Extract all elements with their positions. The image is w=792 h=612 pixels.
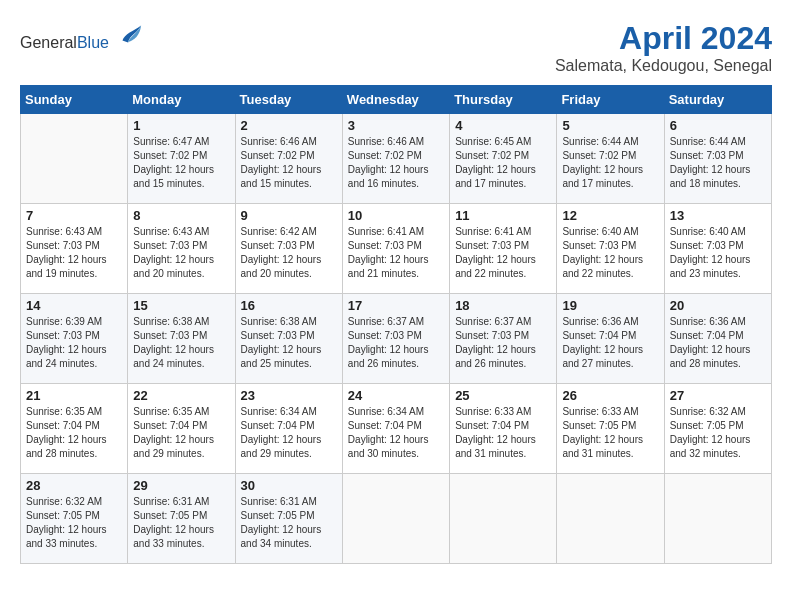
location-subtitle: Salemata, Kedougou, Senegal: [555, 57, 772, 75]
cell-info: Sunrise: 6:34 AMSunset: 7:04 PMDaylight:…: [348, 405, 444, 461]
day-number: 7: [26, 208, 122, 223]
calendar-cell: 10Sunrise: 6:41 AMSunset: 7:03 PMDayligh…: [342, 204, 449, 294]
calendar-cell: 28Sunrise: 6:32 AMSunset: 7:05 PMDayligh…: [21, 474, 128, 564]
cell-info: Sunrise: 6:32 AMSunset: 7:05 PMDaylight:…: [26, 495, 122, 551]
cell-info: Sunrise: 6:39 AMSunset: 7:03 PMDaylight:…: [26, 315, 122, 371]
header-day-monday: Monday: [128, 86, 235, 114]
cell-info: Sunrise: 6:33 AMSunset: 7:04 PMDaylight:…: [455, 405, 551, 461]
cell-info: Sunrise: 6:43 AMSunset: 7:03 PMDaylight:…: [133, 225, 229, 281]
logo: GeneralBlue: [20, 20, 143, 52]
day-number: 19: [562, 298, 658, 313]
calendar-cell: 2Sunrise: 6:46 AMSunset: 7:02 PMDaylight…: [235, 114, 342, 204]
day-number: 24: [348, 388, 444, 403]
calendar-cell: 26Sunrise: 6:33 AMSunset: 7:05 PMDayligh…: [557, 384, 664, 474]
calendar-cell: [664, 474, 771, 564]
cell-info: Sunrise: 6:46 AMSunset: 7:02 PMDaylight:…: [241, 135, 337, 191]
calendar-week-row: 7Sunrise: 6:43 AMSunset: 7:03 PMDaylight…: [21, 204, 772, 294]
calendar-cell: 8Sunrise: 6:43 AMSunset: 7:03 PMDaylight…: [128, 204, 235, 294]
title-section: April 2024 Salemata, Kedougou, Senegal: [555, 20, 772, 75]
cell-info: Sunrise: 6:31 AMSunset: 7:05 PMDaylight:…: [133, 495, 229, 551]
calendar-header-row: SundayMondayTuesdayWednesdayThursdayFrid…: [21, 86, 772, 114]
day-number: 13: [670, 208, 766, 223]
page-header: GeneralBlue April 2024 Salemata, Kedougo…: [20, 20, 772, 75]
day-number: 18: [455, 298, 551, 313]
day-number: 29: [133, 478, 229, 493]
day-number: 10: [348, 208, 444, 223]
header-day-saturday: Saturday: [664, 86, 771, 114]
calendar-week-row: 21Sunrise: 6:35 AMSunset: 7:04 PMDayligh…: [21, 384, 772, 474]
cell-info: Sunrise: 6:47 AMSunset: 7:02 PMDaylight:…: [133, 135, 229, 191]
calendar-cell: 17Sunrise: 6:37 AMSunset: 7:03 PMDayligh…: [342, 294, 449, 384]
calendar-cell: 24Sunrise: 6:34 AMSunset: 7:04 PMDayligh…: [342, 384, 449, 474]
cell-info: Sunrise: 6:36 AMSunset: 7:04 PMDaylight:…: [562, 315, 658, 371]
day-number: 14: [26, 298, 122, 313]
cell-info: Sunrise: 6:41 AMSunset: 7:03 PMDaylight:…: [455, 225, 551, 281]
day-number: 27: [670, 388, 766, 403]
cell-info: Sunrise: 6:36 AMSunset: 7:04 PMDaylight:…: [670, 315, 766, 371]
day-number: 17: [348, 298, 444, 313]
calendar-cell: 27Sunrise: 6:32 AMSunset: 7:05 PMDayligh…: [664, 384, 771, 474]
cell-info: Sunrise: 6:44 AMSunset: 7:02 PMDaylight:…: [562, 135, 658, 191]
day-number: 22: [133, 388, 229, 403]
calendar-week-row: 14Sunrise: 6:39 AMSunset: 7:03 PMDayligh…: [21, 294, 772, 384]
cell-info: Sunrise: 6:40 AMSunset: 7:03 PMDaylight:…: [562, 225, 658, 281]
logo-blue-text: Blue: [77, 34, 109, 51]
day-number: 28: [26, 478, 122, 493]
calendar-cell: 11Sunrise: 6:41 AMSunset: 7:03 PMDayligh…: [450, 204, 557, 294]
day-number: 9: [241, 208, 337, 223]
day-number: 23: [241, 388, 337, 403]
month-year-title: April 2024: [555, 20, 772, 57]
calendar-table: SundayMondayTuesdayWednesdayThursdayFrid…: [20, 85, 772, 564]
day-number: 25: [455, 388, 551, 403]
calendar-cell: 23Sunrise: 6:34 AMSunset: 7:04 PMDayligh…: [235, 384, 342, 474]
calendar-cell: [557, 474, 664, 564]
calendar-cell: 3Sunrise: 6:46 AMSunset: 7:02 PMDaylight…: [342, 114, 449, 204]
calendar-cell: 25Sunrise: 6:33 AMSunset: 7:04 PMDayligh…: [450, 384, 557, 474]
day-number: 12: [562, 208, 658, 223]
day-number: 20: [670, 298, 766, 313]
cell-info: Sunrise: 6:32 AMSunset: 7:05 PMDaylight:…: [670, 405, 766, 461]
calendar-cell: [21, 114, 128, 204]
calendar-cell: 20Sunrise: 6:36 AMSunset: 7:04 PMDayligh…: [664, 294, 771, 384]
header-day-tuesday: Tuesday: [235, 86, 342, 114]
day-number: 21: [26, 388, 122, 403]
header-day-friday: Friday: [557, 86, 664, 114]
calendar-cell: 5Sunrise: 6:44 AMSunset: 7:02 PMDaylight…: [557, 114, 664, 204]
calendar-cell: 1Sunrise: 6:47 AMSunset: 7:02 PMDaylight…: [128, 114, 235, 204]
logo-bird-icon: [115, 20, 143, 48]
calendar-cell: [342, 474, 449, 564]
cell-info: Sunrise: 6:33 AMSunset: 7:05 PMDaylight:…: [562, 405, 658, 461]
calendar-cell: 12Sunrise: 6:40 AMSunset: 7:03 PMDayligh…: [557, 204, 664, 294]
calendar-cell: 6Sunrise: 6:44 AMSunset: 7:03 PMDaylight…: [664, 114, 771, 204]
calendar-cell: 13Sunrise: 6:40 AMSunset: 7:03 PMDayligh…: [664, 204, 771, 294]
calendar-cell: 30Sunrise: 6:31 AMSunset: 7:05 PMDayligh…: [235, 474, 342, 564]
cell-info: Sunrise: 6:37 AMSunset: 7:03 PMDaylight:…: [348, 315, 444, 371]
cell-info: Sunrise: 6:42 AMSunset: 7:03 PMDaylight:…: [241, 225, 337, 281]
day-number: 3: [348, 118, 444, 133]
calendar-cell: 9Sunrise: 6:42 AMSunset: 7:03 PMDaylight…: [235, 204, 342, 294]
day-number: 8: [133, 208, 229, 223]
calendar-cell: 15Sunrise: 6:38 AMSunset: 7:03 PMDayligh…: [128, 294, 235, 384]
day-number: 30: [241, 478, 337, 493]
header-day-wednesday: Wednesday: [342, 86, 449, 114]
day-number: 4: [455, 118, 551, 133]
cell-info: Sunrise: 6:34 AMSunset: 7:04 PMDaylight:…: [241, 405, 337, 461]
day-number: 15: [133, 298, 229, 313]
calendar-cell: 16Sunrise: 6:38 AMSunset: 7:03 PMDayligh…: [235, 294, 342, 384]
day-number: 2: [241, 118, 337, 133]
cell-info: Sunrise: 6:45 AMSunset: 7:02 PMDaylight:…: [455, 135, 551, 191]
header-day-thursday: Thursday: [450, 86, 557, 114]
calendar-cell: [450, 474, 557, 564]
day-number: 6: [670, 118, 766, 133]
cell-info: Sunrise: 6:35 AMSunset: 7:04 PMDaylight:…: [133, 405, 229, 461]
calendar-cell: 22Sunrise: 6:35 AMSunset: 7:04 PMDayligh…: [128, 384, 235, 474]
cell-info: Sunrise: 6:40 AMSunset: 7:03 PMDaylight:…: [670, 225, 766, 281]
calendar-cell: 18Sunrise: 6:37 AMSunset: 7:03 PMDayligh…: [450, 294, 557, 384]
day-number: 26: [562, 388, 658, 403]
cell-info: Sunrise: 6:46 AMSunset: 7:02 PMDaylight:…: [348, 135, 444, 191]
calendar-cell: 21Sunrise: 6:35 AMSunset: 7:04 PMDayligh…: [21, 384, 128, 474]
calendar-cell: 7Sunrise: 6:43 AMSunset: 7:03 PMDaylight…: [21, 204, 128, 294]
calendar-cell: 19Sunrise: 6:36 AMSunset: 7:04 PMDayligh…: [557, 294, 664, 384]
cell-info: Sunrise: 6:41 AMSunset: 7:03 PMDaylight:…: [348, 225, 444, 281]
day-number: 11: [455, 208, 551, 223]
